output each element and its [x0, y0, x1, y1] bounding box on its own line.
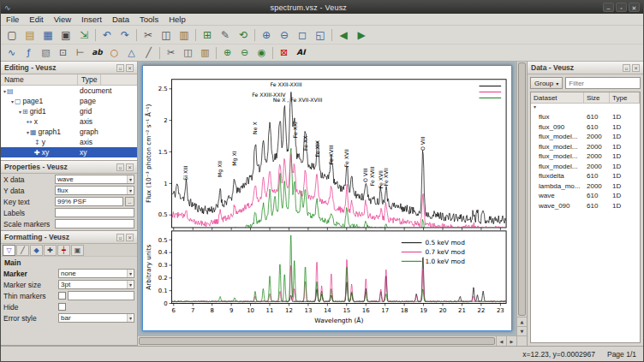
dataset-row[interactable]: flux_0906101D: [531, 122, 640, 133]
vertical-scrollbar-thumb[interactable]: [518, 62, 526, 316]
zoom-in-button[interactable]: ⊕: [258, 27, 275, 43]
panel-float-icon[interactable]: ▫: [623, 64, 630, 72]
tab-plot-line[interactable]: ╱: [16, 245, 29, 256]
column-name[interactable]: Name: [1, 74, 78, 85]
add-key-button[interactable]: ⊡: [55, 46, 71, 60]
dataset-row[interactable]: flux_model...20001D: [531, 142, 640, 152]
expander-icon[interactable]: ▾: [19, 109, 21, 115]
add-image-button[interactable]: ▧: [38, 46, 54, 60]
add-polygon-button[interactable]: △: [123, 46, 140, 60]
tree-item-xy[interactable]: ✚xyxy: [1, 147, 137, 157]
dataset-row[interactable]: flux_model...20001D: [531, 162, 640, 172]
zoom-fit-width-button[interactable]: ◻: [294, 27, 311, 43]
panel-float-icon[interactable]: ▫: [116, 163, 124, 171]
copy-widget-button[interactable]: ◫: [180, 46, 196, 60]
tree-item-y[interactable]: ↕yaxis: [1, 137, 137, 147]
column-type[interactable]: Type: [78, 74, 101, 85]
tree-item-page1[interactable]: ▾▢page1page: [1, 96, 137, 106]
menu-insert[interactable]: Insert: [76, 15, 107, 24]
checkbox[interactable]: [58, 303, 66, 311]
paste-button[interactable]: ▥: [176, 27, 193, 43]
paste-widget-button[interactable]: ▥: [197, 46, 213, 60]
tab-marker-border[interactable]: ✚: [44, 245, 57, 256]
add-line-button[interactable]: ╱: [140, 46, 157, 60]
dataset-row[interactable]: fluxdelta6101D: [531, 171, 640, 181]
text-field[interactable]: [55, 208, 134, 217]
menu-file[interactable]: File: [1, 15, 24, 24]
panel-close-icon[interactable]: ✕: [126, 64, 134, 72]
zoom-out-of-graph-button[interactable]: ⊖: [236, 46, 253, 60]
scroll-down-icon[interactable]: ▼: [517, 326, 527, 335]
minimize-button[interactable]: –: [603, 3, 614, 12]
edit-data-button[interactable]: ✎: [217, 27, 234, 43]
dataset-row[interactable]: flux_model...20001D: [531, 132, 640, 142]
ai-assistant-button[interactable]: AI: [293, 46, 309, 60]
expander-icon[interactable]: ▾: [11, 98, 14, 104]
expander-icon[interactable]: ▾: [27, 129, 29, 135]
copy-button[interactable]: ◫: [158, 27, 175, 43]
column-size[interactable]: Size: [584, 92, 610, 103]
dropdown-select[interactable]: bar▾: [58, 313, 134, 323]
print-document-button[interactable]: ▣: [57, 27, 75, 43]
zoom-out-button[interactable]: ⊖: [276, 27, 293, 43]
dropdown-select[interactable]: 3pt▾: [58, 280, 134, 289]
panel-close-icon[interactable]: ✕: [126, 163, 134, 171]
tab-label[interactable]: ▣: [71, 245, 84, 256]
close-button[interactable]: ✕: [629, 3, 640, 12]
add-axis-button[interactable]: ⊢: [72, 46, 88, 60]
vertical-scrollbar[interactable]: ▲ ▼: [516, 62, 527, 335]
dataset-row[interactable]: lambda_mo...20001D: [531, 181, 640, 192]
add-label-button[interactable]: ab: [89, 46, 105, 60]
scroll-up-icon[interactable]: ▲: [517, 317, 527, 326]
panel-float-icon[interactable]: ▫: [116, 234, 124, 241]
reload-data-button[interactable]: ⟲: [235, 27, 252, 43]
menu-data[interactable]: Data: [107, 15, 134, 24]
dataset-row[interactable]: wave6101D: [531, 191, 640, 201]
zoom-into-graph-button[interactable]: ⊕: [219, 46, 236, 60]
open-document-button[interactable]: ▤: [21, 27, 39, 43]
panel-float-icon[interactable]: ▫: [116, 64, 124, 72]
dropdown-select[interactable]: flux▾: [55, 186, 134, 195]
next-page-button[interactable]: ▶: [353, 27, 370, 43]
cut-button[interactable]: ✂: [140, 27, 157, 43]
column-type[interactable]: Type: [610, 92, 640, 103]
text-field[interactable]: [55, 219, 134, 228]
zoom-whole-page-button[interactable]: ◱: [312, 27, 329, 43]
redo-button[interactable]: ↷: [116, 27, 134, 43]
scroll-left-icon[interactable]: ◀: [496, 336, 506, 346]
previous-page-button[interactable]: ◀: [335, 27, 352, 43]
checkbox[interactable]: [58, 292, 66, 300]
dataset-row[interactable]: wave_0906101D: [531, 201, 640, 211]
add-function-button[interactable]: ƒ: [21, 46, 37, 60]
maximize-button[interactable]: ▫: [616, 3, 627, 12]
menu-view[interactable]: View: [49, 15, 76, 24]
dataset-tree-expander[interactable]: ▾: [531, 104, 640, 112]
new-document-button[interactable]: ▢: [3, 27, 21, 43]
tab-main[interactable]: ▽: [3, 245, 15, 256]
text-field[interactable]: 99% PSF: [55, 197, 123, 206]
more-button[interactable]: ..: [125, 197, 134, 206]
text-field[interactable]: [68, 291, 134, 300]
menu-edit[interactable]: Edit: [24, 15, 48, 24]
plot-page[interactable]: 0.511.522.5Flux (10⁻³ photon cm⁻² s⁻¹ Å⁻…: [142, 65, 512, 331]
add-ellipse-button[interactable]: ○: [106, 46, 122, 60]
tree-item-grid1[interactable]: ▾⊞grid1grid: [1, 106, 137, 116]
add-xy-plot-button[interactable]: ∿: [3, 46, 20, 60]
spectrum-plot[interactable]: 0.511.522.5Flux (10⁻³ photon cm⁻² s⁻¹ Å⁻…: [143, 66, 511, 330]
delete-widget-button[interactable]: ⊠: [276, 46, 292, 60]
save-document-button[interactable]: ▦: [39, 27, 57, 43]
dataset-row[interactable]: flux6101D: [531, 112, 640, 122]
import-data-button[interactable]: ⊞: [199, 27, 216, 43]
menu-tools[interactable]: Tools: [134, 15, 164, 24]
menu-help[interactable]: Help: [164, 15, 191, 24]
horizontal-scrollbar-thumb[interactable]: [139, 337, 495, 345]
tree-item-document[interactable]: ▾▤document: [1, 86, 137, 96]
scroll-right-icon[interactable]: ▶: [506, 336, 516, 346]
tree-item-x[interactable]: ↔xaxis: [1, 116, 137, 127]
column-dataset[interactable]: Dataset: [531, 92, 584, 103]
panel-close-icon[interactable]: ✕: [126, 234, 134, 241]
cut-widget-button[interactable]: ✂: [163, 46, 179, 60]
tab-marker-fill[interactable]: ◆: [30, 245, 43, 256]
group-button[interactable]: Group ▾: [530, 77, 563, 89]
filter-input[interactable]: [565, 77, 641, 89]
